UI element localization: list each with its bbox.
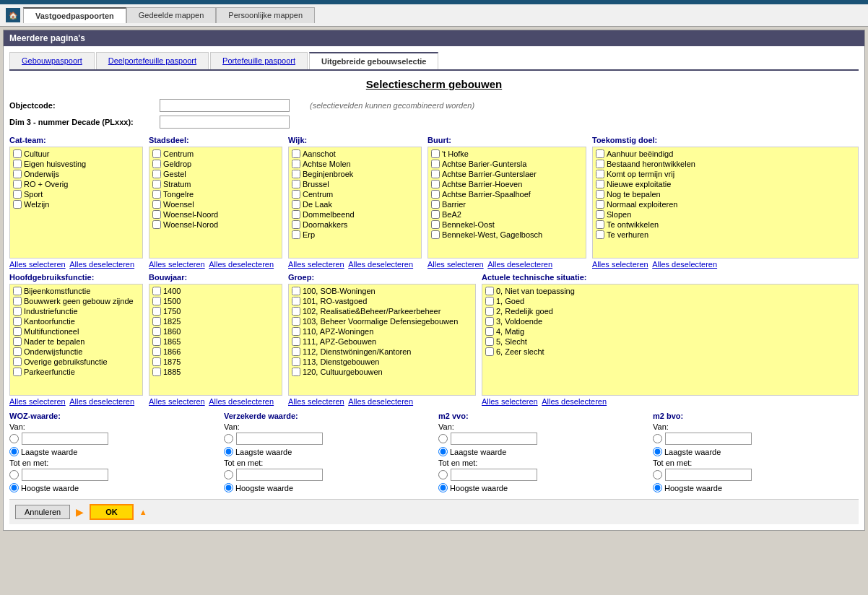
list-item[interactable]: 6, Zeer slecht bbox=[484, 347, 856, 357]
list-item[interactable]: Dommelbeend bbox=[290, 209, 420, 220]
list-item[interactable]: Multifunctioneel bbox=[12, 326, 141, 336]
list-item[interactable]: 103, Beheer Voormalige Defensiegebouwen bbox=[290, 316, 474, 326]
list-item[interactable]: Barrier bbox=[430, 199, 584, 209]
list-item[interactable]: Centrum bbox=[290, 189, 420, 199]
list-item[interactable]: 101, RO-vastgoed bbox=[290, 296, 474, 306]
verzekerde-van-lowest-radio[interactable] bbox=[224, 447, 233, 456]
cat-team-list[interactable]: Cultuur Eigen huisvesting Onderwijs RO +… bbox=[9, 147, 143, 259]
list-item[interactable]: Erp bbox=[290, 230, 420, 240]
ats-list[interactable]: 0, Niet van toepassing 1, Goed 2, Redeli… bbox=[482, 284, 859, 396]
list-item[interactable]: 111, APZ-Gebouwen bbox=[290, 336, 474, 347]
woz-van-lowest-radio[interactable] bbox=[9, 447, 19, 456]
list-item[interactable]: 't Hofke bbox=[430, 149, 584, 159]
list-item[interactable]: Onderwijsfunctie bbox=[12, 347, 141, 357]
list-item[interactable]: Nader te bepalen bbox=[12, 336, 141, 347]
tab-vastgoedpaspoorten[interactable]: Vastgoedpaspoorten bbox=[23, 7, 126, 23]
list-item[interactable]: RO + Overig bbox=[12, 179, 141, 189]
list-item[interactable]: 1400 bbox=[151, 286, 280, 296]
objectcode-input[interactable] bbox=[160, 99, 290, 112]
list-item[interactable]: Onderwijs bbox=[12, 169, 141, 179]
m2bvo-tot-radio[interactable] bbox=[653, 470, 662, 479]
woz-van-radio[interactable] bbox=[9, 434, 19, 443]
list-item[interactable]: Bijeenkomstfunctie bbox=[12, 286, 141, 296]
verzekerde-van-input[interactable] bbox=[236, 433, 323, 445]
list-item[interactable]: BeA2 bbox=[430, 209, 584, 220]
bouwjaar-list[interactable]: 1400 1500 1750 1825 1860 1865 1866 1875 … bbox=[149, 284, 282, 396]
list-item[interactable]: 5, Slecht bbox=[484, 336, 856, 347]
list-item[interactable]: Achtse Barier-Guntersla bbox=[430, 159, 584, 169]
list-item[interactable]: 1860 bbox=[151, 326, 280, 336]
list-item[interactable]: Doornakkers bbox=[290, 220, 420, 230]
woz-tot-highest-radio[interactable] bbox=[9, 483, 19, 492]
list-item[interactable]: Aanhuur beëindigd bbox=[594, 149, 856, 159]
tab-uitgebreide[interactable]: Uitgebreide gebouwselectie bbox=[309, 52, 438, 69]
verzekerde-tot-radio[interactable] bbox=[224, 470, 233, 479]
list-item[interactable]: 112, Dienstwöningen/Kantoren bbox=[290, 347, 474, 357]
verzekerde-tot-highest-radio[interactable] bbox=[224, 483, 233, 492]
woz-tot-radio[interactable] bbox=[9, 470, 19, 479]
list-item[interactable]: De Laak bbox=[290, 199, 420, 209]
list-item[interactable]: 1500 bbox=[151, 296, 280, 306]
list-item[interactable]: Woensel bbox=[151, 199, 280, 209]
list-item[interactable]: Industriefunctie bbox=[12, 306, 141, 316]
woz-van-input[interactable] bbox=[22, 433, 108, 445]
m2vvo-van-radio[interactable] bbox=[438, 434, 448, 443]
tab-gebouwpaspoort[interactable]: Gebouwpaspoort bbox=[9, 52, 95, 69]
list-item[interactable]: 3, Voldoende bbox=[484, 316, 856, 326]
hgf-list[interactable]: Bijeenkomstfunctie Bouwwerk geen gebouw … bbox=[9, 284, 143, 396]
list-item[interactable]: 120, Cultuurgebouwen bbox=[290, 367, 474, 377]
list-item[interactable]: Nog te bepalen bbox=[594, 189, 856, 199]
m2bvo-van-input[interactable] bbox=[665, 433, 752, 445]
list-item[interactable]: Nieuwe exploitatie bbox=[594, 179, 856, 189]
woz-tot-input[interactable] bbox=[22, 469, 108, 481]
tab-gedeelde-mappen[interactable]: Gedeelde mappen bbox=[126, 7, 217, 23]
list-item[interactable]: Centrum bbox=[151, 149, 280, 159]
list-item[interactable]: Welzijn bbox=[12, 199, 141, 209]
list-item[interactable]: Beginjenbroek bbox=[290, 169, 420, 179]
list-item[interactable]: 1, Goed bbox=[484, 296, 856, 306]
list-item[interactable]: 1885 bbox=[151, 367, 280, 377]
list-item[interactable]: Achtse Barrier-Spaalhoef bbox=[430, 189, 584, 199]
list-item[interactable]: 1865 bbox=[151, 336, 280, 347]
list-item[interactable]: Eigen huisvesting bbox=[12, 159, 141, 169]
verzekerde-van-radio[interactable] bbox=[224, 434, 233, 443]
verzekerde-tot-input[interactable] bbox=[236, 469, 323, 481]
list-item[interactable]: Achtse Barrier-Gunterslaer bbox=[430, 169, 584, 179]
m2vvo-tot-input[interactable] bbox=[451, 469, 537, 481]
list-item[interactable]: Gestel bbox=[151, 169, 280, 179]
cancel-button[interactable]: Annuleren bbox=[15, 505, 70, 519]
list-item[interactable]: Parkeerfunctie bbox=[12, 367, 141, 377]
ok-button[interactable]: OK bbox=[90, 504, 134, 520]
list-item[interactable]: Sport bbox=[12, 189, 141, 199]
list-item[interactable]: Achtse Molen bbox=[290, 159, 420, 169]
groep-list[interactable]: 100, SOB-Woningen 101, RO-vastgoed 102, … bbox=[288, 284, 476, 396]
tab-deelportefeuille[interactable]: Deelportefeuille paspoort bbox=[96, 52, 209, 69]
list-item[interactable]: 4, Matig bbox=[484, 326, 856, 336]
list-item[interactable]: Brussel bbox=[290, 179, 420, 189]
list-item[interactable]: 0, Niet van toepassing bbox=[484, 286, 856, 296]
tab-portefeuille[interactable]: Portefeuille paspoort bbox=[210, 52, 308, 69]
wijk-list[interactable]: Aanschot Achtse Molen Beginjenbroek Brus… bbox=[288, 147, 422, 259]
list-item[interactable]: 113, Dienstgebouwen bbox=[290, 357, 474, 367]
m2bvo-tot-input[interactable] bbox=[665, 469, 752, 481]
m2bvo-van-radio[interactable] bbox=[653, 434, 662, 443]
list-item[interactable]: Tongelre bbox=[151, 189, 280, 199]
list-item[interactable]: 2, Redelijk goed bbox=[484, 306, 856, 316]
list-item[interactable]: 100, SOB-Woningen bbox=[290, 286, 474, 296]
list-item[interactable]: 110, APZ-Woningen bbox=[290, 326, 474, 336]
list-item[interactable]: Stratum bbox=[151, 179, 280, 189]
buurt-list[interactable]: 't Hofke Achtse Barier-Guntersla Achtse … bbox=[428, 147, 586, 259]
list-item[interactable]: Overige gebruiksfunctie bbox=[12, 357, 141, 367]
list-item[interactable]: Kantoorfunctie bbox=[12, 316, 141, 326]
list-item[interactable]: Achtse Barrier-Hoeven bbox=[430, 179, 584, 189]
list-item[interactable]: Bouwwerk geen gebouw zijnde bbox=[12, 296, 141, 306]
list-item[interactable]: 1750 bbox=[151, 306, 280, 316]
list-item[interactable]: Normaal exploiteren bbox=[594, 199, 856, 209]
m2bvo-van-lowest-radio[interactable] bbox=[653, 447, 662, 456]
list-item[interactable]: Bennekel-West, Gagelbosch bbox=[430, 230, 584, 240]
m2vvo-tot-radio[interactable] bbox=[438, 470, 448, 479]
m2vvo-van-input[interactable] bbox=[451, 433, 537, 445]
tab-persoonlijke-mappen[interactable]: Persoonlijke mappen bbox=[216, 7, 315, 23]
list-item[interactable]: Te ontwikkelen bbox=[594, 220, 856, 230]
list-item[interactable]: Slopen bbox=[594, 209, 856, 220]
